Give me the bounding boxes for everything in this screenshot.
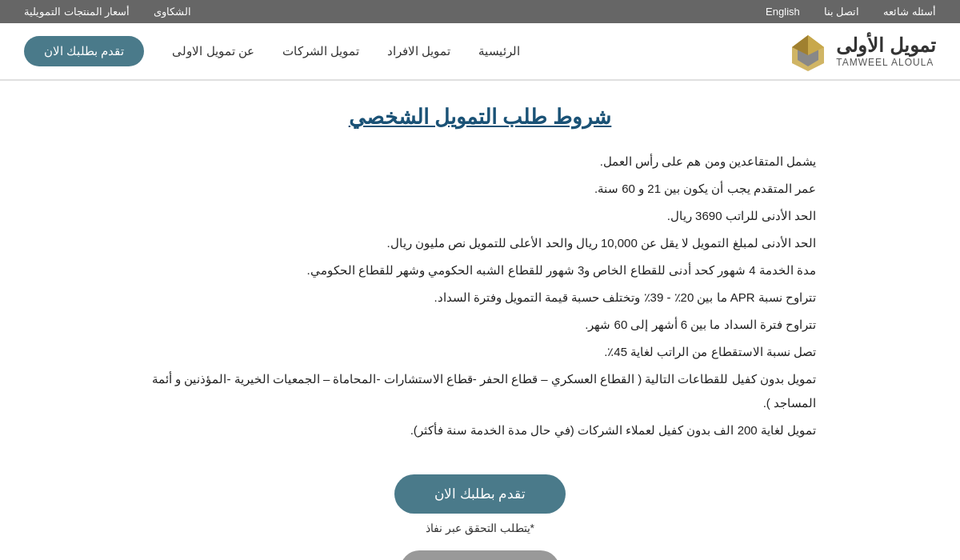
apply-nav-button[interactable]: تقدم بطلبك الان xyxy=(24,36,144,66)
contact-link[interactable]: اتصل بنا xyxy=(824,6,860,18)
nav-corporate[interactable]: تمويل الشركات xyxy=(282,44,359,58)
header: تمويل الأولى TAMWEEL ALOULA الرئيسية تمو… xyxy=(0,23,960,81)
condition-9: تمويل بدون كفيل للقطاعات التالية ( القطا… xyxy=(144,367,816,415)
english-link[interactable]: English xyxy=(766,6,800,18)
condition-7: تتراوح فترة السداد ما بين 6 أشهر إلى 60 … xyxy=(144,313,816,337)
nav-about[interactable]: عن تمويل الاولى xyxy=(172,44,254,58)
top-bar-left: أسئله شائعه اتصل بنا English xyxy=(766,6,936,18)
condition-6: تتراوح نسبة APR ما بين 20٪ - 39٪ وتختلف … xyxy=(144,286,816,310)
condition-3: الحد الأدنى للراتب 3690 ريال. xyxy=(144,204,816,228)
nav-home[interactable]: الرئيسية xyxy=(478,44,520,58)
logo-arabic: تمويل الأولى xyxy=(836,34,936,57)
faq-link[interactable]: أسئله شائعه xyxy=(883,6,936,18)
condition-4: الحد الأدنى لمبلغ التمويل لا يقل عن 10,0… xyxy=(144,231,816,255)
condition-2: عمر المتقدم يجب أن يكون بين 21 و 60 سنة. xyxy=(144,177,816,201)
page-title: شروط طلب التمويل الشخصي xyxy=(144,105,816,130)
main-nav: الرئيسية تمويل الافراد تمويل الشركات عن … xyxy=(24,36,520,66)
top-bar: أسئله شائعه اتصل بنا English الشكاوى أسع… xyxy=(0,0,960,23)
top-bar-right: الشكاوى أسعار المنتجات التمويلية xyxy=(24,6,191,18)
complaints-link[interactable]: الشكاوى xyxy=(154,6,191,18)
apply-main-button[interactable]: تقدم بطلبك الان xyxy=(394,474,566,514)
condition-8: تصل نسبة الاستقطاع من الراتب لغاية 45٪. xyxy=(144,340,816,364)
logo-icon xyxy=(788,31,828,71)
conditions-list: يشمل المتقاعدين ومن هم على رأس العمل. عم… xyxy=(144,150,816,442)
logo-area: تمويل الأولى TAMWEEL ALOULA xyxy=(788,31,936,71)
nav-personal[interactable]: تمويل الافراد xyxy=(387,44,450,58)
calculator-button[interactable]: حاسبة التمويل xyxy=(400,550,561,560)
logo-english: TAMWEEL ALOULA xyxy=(836,57,934,68)
main-content: شروط طلب التمويل الشخصي يشمل المتقاعدين … xyxy=(120,105,840,442)
product-prices-link[interactable]: أسعار المنتجات التمويلية xyxy=(24,6,130,18)
condition-10: تمويل لغاية 200 الف بدون كفيل لعملاء الش… xyxy=(144,418,816,442)
condition-1: يشمل المتقاعدين ومن هم على رأس العمل. xyxy=(144,150,816,174)
cta-section: تقدم بطلبك الان *يتطلب التحقق عبر نفاذ ح… xyxy=(0,474,960,560)
condition-5: مدة الخدمة 4 شهور كحد أدنى للقطاع الخاص … xyxy=(144,258,816,282)
logo-text: تمويل الأولى TAMWEEL ALOULA xyxy=(836,34,936,68)
nafath-note: *يتطلب التحقق عبر نفاذ xyxy=(0,522,960,534)
